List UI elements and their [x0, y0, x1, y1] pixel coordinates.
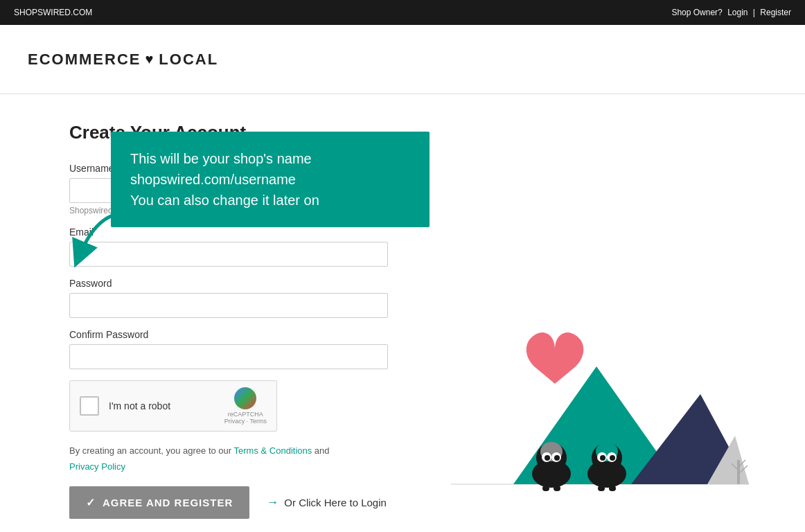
svg-rect-27 — [609, 486, 616, 491]
confirm-password-input[interactable] — [69, 344, 388, 369]
site-name: SHOPSWIRED.COM — [14, 8, 92, 17]
action-row: ✓ AGREE AND REGISTER → Or Click Here to … — [69, 486, 402, 519]
register-button[interactable]: ✓ AGREE AND REGISTER — [69, 486, 249, 519]
recaptcha-logo: reCAPTCHA Privacy · Terms — [224, 387, 267, 425]
privacy-link[interactable]: Privacy Policy — [69, 461, 125, 472]
svg-point-24 — [600, 455, 605, 461]
logo-text-right: LOCAL — [159, 51, 218, 69]
tooltip-line2: shopswired.com/username — [130, 169, 410, 190]
recaptcha-widget[interactable]: I'm not a robot reCAPTCHA Privacy · Term… — [69, 380, 277, 432]
scene-svg — [430, 325, 763, 505]
terms-recaptcha-link[interactable]: Terms — [250, 418, 267, 425]
check-icon: ✓ — [86, 496, 96, 509]
confirm-password-group: Confirm Password — [69, 329, 402, 369]
terms-middle: and — [312, 445, 329, 456]
terms-text: By creating an account, you agree to our… — [69, 445, 402, 456]
login-top-link[interactable]: Login — [727, 8, 748, 17]
terms-link[interactable]: Terms & Conditions — [234, 445, 312, 456]
svg-point-25 — [610, 455, 615, 461]
separator: | — [753, 8, 755, 17]
recaptcha-links: Privacy · Terms — [224, 418, 267, 425]
confirm-password-label: Confirm Password — [69, 329, 402, 340]
recaptcha-sep: · — [245, 418, 249, 425]
svg-rect-26 — [598, 486, 605, 491]
tooltip-line1: This will be your shop's name — [130, 148, 410, 169]
shop-owner-label: Shop Owner? — [671, 8, 722, 17]
svg-point-15 — [545, 455, 550, 461]
top-bar: SHOPSWIRED.COM Shop Owner? Login | Regis… — [0, 0, 805, 25]
password-label: Password — [69, 278, 402, 289]
login-link-label: Or Click Here to Login — [284, 497, 387, 508]
tooltip-line3: You can also change it later on — [130, 190, 410, 211]
recaptcha-icon — [234, 387, 256, 409]
terms-before: By creating an account, you agree to our — [69, 445, 234, 456]
svg-rect-18 — [554, 486, 560, 491]
main-content: Create Your Account Username Shopswired.… — [0, 94, 805, 532]
illustration — [430, 325, 763, 505]
svg-rect-6 — [737, 460, 740, 484]
arrow-icon: → — [266, 495, 278, 510]
register-label: AGREE AND REGISTER — [103, 497, 233, 508]
right-section: This will be your shop's name shopswired… — [430, 122, 763, 519]
password-group: Password — [69, 278, 402, 318]
recaptcha-checkbox[interactable] — [80, 396, 99, 416]
svg-rect-17 — [542, 486, 549, 491]
recaptcha-label: I'm not a robot — [109, 400, 215, 411]
register-top-link[interactable]: Register — [760, 8, 791, 17]
privacy-recaptcha-link[interactable]: Privacy — [224, 418, 245, 425]
logo-text-left: ECOMMERCE — [28, 51, 141, 69]
svg-point-16 — [554, 455, 560, 461]
password-input[interactable] — [69, 293, 388, 318]
header: ECOMMERCE ♥ LOCAL — [0, 25, 805, 94]
recaptcha-sub: reCAPTCHA — [228, 411, 263, 418]
top-bar-nav: Shop Owner? Login | Register — [669, 8, 791, 17]
logo: ECOMMERCE ♥ LOCAL — [28, 51, 218, 69]
tooltip-box: This will be your shop's name shopswired… — [111, 132, 430, 227]
login-link[interactable]: → Or Click Here to Login — [266, 495, 387, 510]
heart-icon: ♥ — [145, 51, 154, 67]
